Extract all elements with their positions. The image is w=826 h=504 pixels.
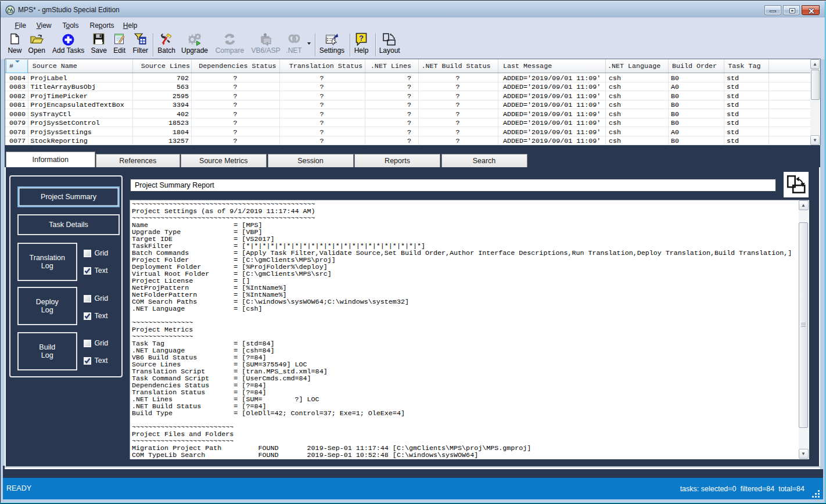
svg-text:?: ? (359, 34, 364, 42)
